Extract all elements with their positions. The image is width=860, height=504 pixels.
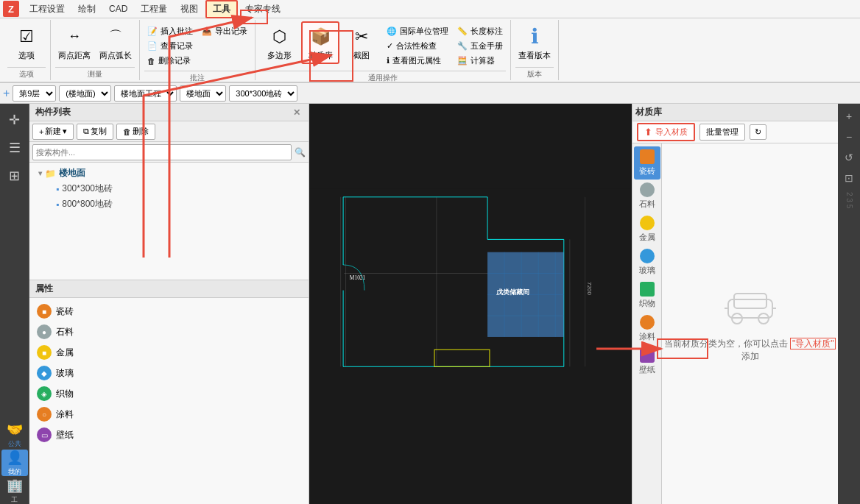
empty-link: "导入材质" [790,338,836,349]
prop-cat-glass[interactable]: ◆ 玻璃 [32,363,306,383]
prop-cat-fabric[interactable]: ◈ 织物 [32,383,306,404]
check-version-btn[interactable]: ℹ 查看版本 [515,21,554,64]
stone-icon: ● [37,324,52,339]
svg-rect-27 [734,294,766,308]
hardware-btn[interactable]: 🔧 五金手册 [454,39,506,53]
delete-comp-btn[interactable]: 🗑 删除 [116,124,155,140]
mine-icon: 👤 [7,450,23,466]
prop-cat-tile[interactable]: ■ 瓷砖 [32,301,306,322]
sidebar-mine[interactable]: 👤 我的 [1,450,28,476]
prop-cat-stone[interactable]: ● 石料 [32,322,306,342]
left-sidebar: ✛ ☰ ⊞ 🤝 公共 👤 我的 🏢 工 [0,104,29,504]
comp-panel-close[interactable]: ✕ [291,107,303,118]
mat-cat-glass[interactable]: 玻璃 [634,246,660,279]
tree-item-300[interactable]: ▪ 300*300地砖 [32,181,306,196]
legality-btn[interactable]: ✓ 合法性检查 [384,39,451,53]
export-col: 📤 导出记录 [199,21,250,38]
floor-select[interactable]: 第9层 [13,85,56,102]
mat-cat-paint[interactable]: 涂料 [634,312,660,345]
mat-cat-tile[interactable]: 瓷砖 [634,146,660,180]
menu-engineering[interactable]: 工程量 [135,1,173,17]
menu-view[interactable]: 视图 [175,1,204,17]
app-logo: Z [3,1,19,17]
select-icon: ☑ [15,25,38,49]
polygon-btn[interactable]: ⬡ 多边形 [260,21,298,64]
sidebar-move[interactable]: ✛ [1,107,28,133]
ribbon-group-version: ℹ 查看版本 版本 [511,20,559,80]
export-record-btn[interactable]: 📤 导出记录 [199,24,250,38]
two-point-dist-icon: ↔ [63,25,86,49]
insert-note-btn[interactable]: 📝 插入批注 [144,24,196,38]
general-small-col2: 📏 长度标注 🔧 五金手册 🧮 计算器 [454,21,506,68]
menu-draw[interactable]: 绘制 [72,1,102,17]
view-props-btn[interactable]: ℹ 查看图元属性 [384,54,451,68]
refresh-btn[interactable]: ↻ [750,124,766,140]
rightmost-toolbar: + − ↺ ⊡ 2 3 5 [838,104,860,504]
ribbon-label-annotate: 批注 [144,71,250,83]
rt-zoom-out[interactable]: − [839,127,859,146]
menu-tools[interactable]: 工具 [205,0,238,18]
svg-text:M1021: M1021 [350,274,366,281]
two-point-dist-btn[interactable]: ↔ 两点距离 [55,21,94,64]
right-panel-content: 当前材质分类为空，你可以点击 "导入材质" 添加 [662,143,838,504]
check-version-icon: ℹ [523,25,546,49]
metal-icon: ■ [37,345,52,360]
search-bar: 🔍 [29,142,309,163]
mat-tile-icon [640,149,655,164]
add-icon[interactable]: + [3,87,10,100]
rt-rotate[interactable]: ↺ [839,148,859,167]
ribbon-label-general: 通用操作 [260,71,506,83]
menu-settings[interactable]: 工程设置 [24,1,71,17]
general-small-col: 🌐 国际单位管理 ✓ 合法性检查 ℹ 查看图元属性 [384,21,451,68]
copy-comp-btn[interactable]: ⧉ 复制 [77,124,113,140]
ribbon-label-version: 版本 [515,67,554,79]
prop-cat-paint[interactable]: ○ 涂料 [32,404,306,425]
intl-units-btn[interactable]: 🌐 国际单位管理 [384,24,451,38]
work-select[interactable]: 楼地面工程 [114,85,177,102]
tile-select[interactable]: 300*300地砖 [229,85,297,102]
mat-cat-metal[interactable]: 金属 [634,213,660,246]
mat-cat-wallpaper[interactable]: 壁纸 [634,345,660,378]
mat-cat-stone[interactable]: 石料 [634,180,660,213]
material-icon: 📦 [309,25,332,49]
select-btn[interactable]: ☑ 选项 [7,21,46,64]
mat-categories: 瓷砖 石料 金属 玻璃 织物 [632,143,662,504]
search-input[interactable] [32,144,292,160]
comp-panel-toolbar: + 新建 ▾ ⧉ 复制 🗑 删除 [29,121,309,142]
rt-fit[interactable]: ⊡ [839,168,859,188]
sidebar-public[interactable]: 🤝 公共 [1,422,28,448]
svg-rect-0 [309,188,632,419]
length-marker-btn[interactable]: 📏 长度标注 [454,24,506,38]
screenshot-icon: ✂ [350,25,373,49]
sidebar-grid[interactable]: ⊞ [1,163,28,189]
ribbon-group-general: ⬡ 多边形 📦 材质库 ✂ 截图 🌐 国际单位管理 ✓ 合法性检查 [255,20,511,80]
tree-category-floor[interactable]: ▾ 📁 楼地面 [32,166,306,181]
menu-expert[interactable]: 专家专线 [239,1,286,17]
doc-icon-1: ▪ [56,184,59,194]
tree-leaf-label-1: 300*300地砖 [62,182,113,195]
sidebar-list[interactable]: ☰ [1,135,28,161]
prop-cat-wallpaper[interactable]: ▭ 壁纸 [32,425,306,445]
mat-cat-fabric[interactable]: 织物 [634,279,660,312]
material-floor-select[interactable]: 楼地面 [180,85,226,102]
import-material-btn[interactable]: ⬆ 导入材质 [637,123,695,141]
new-comp-btn[interactable]: + 新建 ▾ [32,124,74,140]
material-btn[interactable]: 📦 材质库 [301,21,339,64]
tile-icon: ■ [37,304,52,319]
sidebar-project[interactable]: 🏢 工 [1,478,28,504]
import-icon: ⬆ [644,127,652,138]
delete-record-btn[interactable]: 🗑 删除记录 [144,54,196,68]
prop-cat-metal[interactable]: ■ 金属 [32,342,306,363]
paint-icon: ○ [37,407,52,422]
tree-item-800[interactable]: ▪ 800*800地砖 [32,196,306,212]
two-arc-btn[interactable]: ⌒ 两点弧长 [96,21,135,64]
canvas-area[interactable]: 7200 M1021 戊类储藏间 [309,104,632,504]
menu-cad[interactable]: CAD [103,2,133,15]
calculator-btn[interactable]: 🧮 计算器 [454,54,506,68]
menu-bar: Z 工程设置 绘制 CAD 工程量 视图 工具 专家专线 [0,0,860,18]
batch-manage-btn[interactable]: 批量管理 [699,124,745,141]
rt-zoom-in[interactable]: + [839,107,859,126]
view-record-btn[interactable]: 📄 查看记录 [144,39,196,53]
type-select[interactable]: (楼地面) [59,85,111,102]
screenshot-btn[interactable]: ✂ 截图 [342,21,381,64]
